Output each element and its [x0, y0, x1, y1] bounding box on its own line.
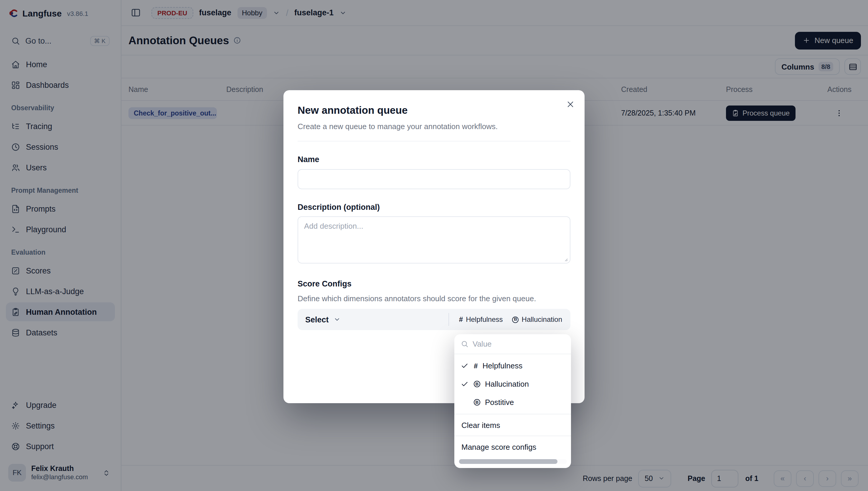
score-configs-dropdown: # Helpfulness B Hallucination B Postitiv… [454, 334, 571, 468]
check-icon [461, 362, 469, 370]
dialog-subtitle: Create a new queue to manage your annota… [298, 122, 570, 141]
selected-config-helpfulness[interactable]: # Helpfulness [459, 315, 503, 324]
selected-score-configs: # Helpfulness B Hallucination [449, 315, 570, 324]
queue-name-input[interactable] [298, 169, 570, 189]
score-configs-label: Score Configs [298, 280, 570, 288]
dropdown-search [454, 334, 571, 354]
numeric-type-icon: # [459, 315, 463, 324]
scrollbar-thumb[interactable] [459, 459, 558, 464]
dropdown-scrollbar [458, 459, 567, 464]
boolean-type-icon: B [474, 399, 480, 406]
boolean-type-icon: B [512, 316, 519, 323]
score-configs-help: Define which dimensions annotators shoul… [298, 294, 570, 303]
search-icon [461, 340, 469, 348]
clear-items-button[interactable]: Clear items [454, 414, 571, 436]
score-configs-select: Select # Helpfulness B Hallucination [298, 309, 570, 330]
name-field-label: Name [298, 155, 570, 164]
queue-description-textarea[interactable] [298, 216, 570, 263]
check-icon [461, 380, 469, 388]
dialog-title: New annotation queue [298, 104, 570, 117]
select-trigger[interactable]: Select [298, 315, 448, 324]
close-icon[interactable] [565, 99, 576, 110]
option-helpfulness[interactable]: # Helpfulness [454, 356, 571, 375]
dropdown-search-input[interactable] [473, 340, 565, 348]
boolean-type-icon: B [474, 381, 480, 387]
langfuse-app: Langfuse v3.86.1 Go to... ⌘ K Home Dashb… [0, 0, 868, 491]
chevron-down-icon [333, 316, 340, 323]
numeric-type-icon: # [474, 362, 478, 370]
selected-config-hallucination[interactable]: B Hallucination [512, 315, 562, 324]
manage-score-configs-button[interactable]: Manage score configs [454, 436, 571, 457]
option-hallucination[interactable]: B Hallucination [454, 375, 571, 393]
option-postitive[interactable]: B Postitive [454, 393, 571, 411]
description-field-label: Description (optional) [298, 203, 570, 211]
